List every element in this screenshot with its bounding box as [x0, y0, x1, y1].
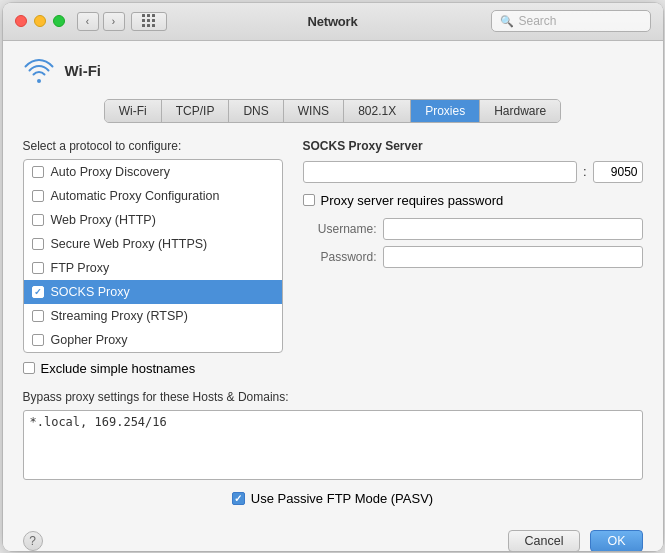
protocol-item-gopher-proxy[interactable]: Gopher Proxy [24, 328, 282, 352]
footer-buttons: Cancel OK [508, 530, 643, 551]
protocol-checkbox-auto-proxy[interactable] [32, 166, 44, 178]
cancel-button[interactable]: Cancel [508, 530, 581, 551]
wifi-header: Wi-Fi [23, 55, 643, 87]
protocol-label-automatic-proxy: Automatic Proxy Configuration [51, 189, 220, 203]
close-button[interactable] [15, 15, 27, 27]
require-password-checkbox[interactable] [303, 194, 315, 206]
protocol-item-streaming-proxy[interactable]: Streaming Proxy (RTSP) [24, 304, 282, 328]
server-input[interactable] [303, 161, 577, 183]
require-password-label: Proxy server requires password [321, 193, 504, 208]
grid-icon [142, 14, 156, 28]
content-area: Wi-Fi Wi-Fi TCP/IP DNS WINS 802.1X Proxi… [3, 41, 663, 520]
protocol-label-streaming-proxy: Streaming Proxy (RTSP) [51, 309, 188, 323]
tab-hardware[interactable]: Hardware [480, 100, 560, 122]
ok-button[interactable]: OK [590, 530, 642, 551]
protocol-item-web-proxy[interactable]: Web Proxy (HTTP) [24, 208, 282, 232]
pasv-checkbox[interactable] [232, 492, 245, 505]
minimize-button[interactable] [34, 15, 46, 27]
port-separator: : [583, 164, 587, 179]
forward-button[interactable]: › [103, 12, 125, 31]
app-switcher-button[interactable] [131, 12, 167, 31]
pasv-label: Use Passive FTP Mode (PASV) [251, 491, 433, 506]
tab-wifi[interactable]: Wi-Fi [105, 100, 162, 122]
protocol-label-secure-web-proxy: Secure Web Proxy (HTTPS) [51, 237, 208, 251]
tab-tcpip[interactable]: TCP/IP [162, 100, 230, 122]
protocol-label-gopher-proxy: Gopher Proxy [51, 333, 128, 347]
protocol-checkbox-web-proxy[interactable] [32, 214, 44, 226]
require-password-row: Proxy server requires password [303, 193, 643, 208]
traffic-lights [15, 15, 65, 27]
server-row: : [303, 161, 643, 183]
tab-proxies[interactable]: Proxies [411, 100, 480, 122]
maximize-button[interactable] [53, 15, 65, 27]
username-row: Username: [303, 218, 643, 240]
password-row-form: Password: [303, 246, 643, 268]
protocol-section-label: Select a protocol to configure: [23, 139, 283, 153]
bypass-label: Bypass proxy settings for these Hosts & … [23, 390, 643, 404]
right-panel: SOCKS Proxy Server : Proxy server requir… [303, 139, 643, 376]
pasv-row: Use Passive FTP Mode (PASV) [23, 491, 643, 506]
protocol-item-automatic-proxy[interactable]: Automatic Proxy Configuration [24, 184, 282, 208]
window: ‹ › Network 🔍 Search [3, 3, 663, 551]
window-title: Network [308, 14, 358, 29]
exclude-row: Exclude simple hostnames [23, 361, 283, 376]
titlebar: ‹ › Network 🔍 Search [3, 3, 663, 41]
protocol-checkbox-gopher-proxy[interactable] [32, 334, 44, 346]
protocol-label-socks-proxy: SOCKS Proxy [51, 285, 130, 299]
bypass-section: Bypass proxy settings for these Hosts & … [23, 390, 643, 506]
password-input[interactable] [383, 246, 643, 268]
port-input[interactable] [593, 161, 643, 183]
help-button[interactable]: ? [23, 531, 43, 551]
protocol-checkbox-secure-web-proxy[interactable] [32, 238, 44, 250]
wifi-label: Wi-Fi [65, 62, 102, 79]
protocol-item-socks-proxy[interactable]: SOCKS Proxy [24, 280, 282, 304]
protocol-item-secure-web-proxy[interactable]: Secure Web Proxy (HTTPS) [24, 232, 282, 256]
nav-buttons: ‹ › [77, 12, 125, 31]
back-button[interactable]: ‹ [77, 12, 99, 31]
protocol-label-web-proxy: Web Proxy (HTTP) [51, 213, 156, 227]
socks-proxy-title: SOCKS Proxy Server [303, 139, 643, 153]
tabs-bar: Wi-Fi TCP/IP DNS WINS 802.1X Proxies Har… [104, 99, 561, 123]
main-panel: Select a protocol to configure: Auto Pro… [23, 139, 643, 376]
tab-wins[interactable]: WINS [284, 100, 344, 122]
password-label: Password: [303, 250, 383, 264]
bypass-textarea[interactable]: *.local, 169.254/16 [23, 410, 643, 480]
username-input[interactable] [383, 218, 643, 240]
search-placeholder: Search [519, 14, 557, 28]
tab-8021x[interactable]: 802.1X [344, 100, 411, 122]
username-label: Username: [303, 222, 383, 236]
exclude-checkbox[interactable] [23, 362, 35, 374]
left-panel: Select a protocol to configure: Auto Pro… [23, 139, 283, 376]
wifi-icon [23, 55, 55, 87]
protocol-checkbox-automatic-proxy[interactable] [32, 190, 44, 202]
search-box[interactable]: 🔍 Search [491, 10, 651, 32]
protocol-label-auto-proxy: Auto Proxy Discovery [51, 165, 170, 179]
protocol-checkbox-ftp-proxy[interactable] [32, 262, 44, 274]
exclude-label: Exclude simple hostnames [41, 361, 196, 376]
protocol-label-ftp-proxy: FTP Proxy [51, 261, 110, 275]
full-content: Wi-Fi Wi-Fi TCP/IP DNS WINS 802.1X Proxi… [23, 55, 643, 506]
protocol-checkbox-socks-proxy[interactable] [32, 286, 44, 298]
protocol-list: Auto Proxy Discovery Automatic Proxy Con… [23, 159, 283, 353]
protocol-item-ftp-proxy[interactable]: FTP Proxy [24, 256, 282, 280]
search-icon: 🔍 [500, 15, 514, 28]
protocol-checkbox-streaming-proxy[interactable] [32, 310, 44, 322]
protocol-item-auto-proxy[interactable]: Auto Proxy Discovery [24, 160, 282, 184]
footer: ? Cancel OK [3, 520, 663, 551]
tab-dns[interactable]: DNS [229, 100, 283, 122]
